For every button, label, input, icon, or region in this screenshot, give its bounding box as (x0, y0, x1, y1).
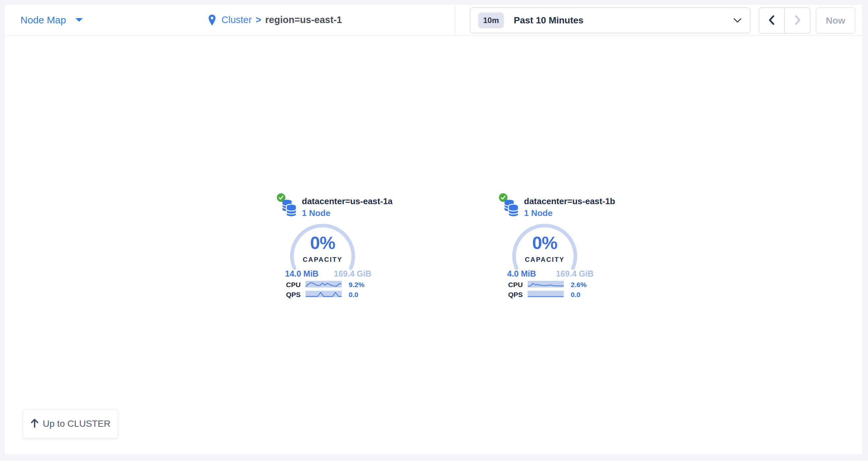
capacity-percent: 0% (508, 232, 581, 253)
database-icon (282, 198, 297, 219)
time-prev-button[interactable] (759, 7, 785, 34)
capacity-used: 14.0 MiB (285, 269, 318, 278)
capacity-gauge: 0% CAPACITY (286, 220, 359, 273)
capacity-total: 169.4 GiB (556, 269, 593, 278)
time-nav-group (759, 7, 810, 34)
datacenter-node-count: 1 Node (524, 208, 553, 218)
datacenter-card-us-east-1a[interactable]: datacenter=us-east-1a 1 Node 0% CAPACITY… (277, 193, 373, 302)
cpu-label: CPU (508, 281, 523, 289)
capacity-values-row: 4.0 MiB 169.4 GiB (507, 269, 593, 278)
breadcrumb-separator: > (256, 14, 261, 25)
capacity-percent: 0% (286, 232, 359, 253)
database-icon (504, 198, 519, 219)
timescale-label: Past 10 Minutes (514, 15, 584, 26)
node-map-panel: Node Map Cluster > region=us-east-1 10m … (4, 4, 863, 455)
timescale-dropdown[interactable]: 10m Past 10 Minutes (470, 7, 750, 33)
cpu-sparkline (528, 281, 564, 288)
chevron-left-icon (768, 15, 776, 27)
view-selector-label: Node Map (21, 14, 66, 26)
cpu-metric-row: CPU 9.2% (277, 281, 373, 289)
capacity-label: CAPACITY (286, 256, 359, 263)
qps-sparkline (306, 291, 342, 297)
qps-metric-row: QPS 0.0 (277, 290, 373, 298)
view-selector-dropdown[interactable]: Node Map (21, 4, 83, 36)
datacenter-title: datacenter=us-east-1b (524, 196, 615, 206)
qps-metric-row: QPS 0.0 (499, 290, 595, 298)
qps-sparkline (528, 291, 564, 297)
now-button[interactable]: Now (816, 7, 855, 34)
capacity-used: 4.0 MiB (507, 269, 536, 278)
up-to-cluster-button[interactable]: Up to CLUSTER (23, 409, 118, 438)
datacenter-title: datacenter=us-east-1a (302, 196, 393, 206)
cpu-value: 9.2% (349, 281, 365, 289)
qps-value: 0.0 (349, 291, 358, 299)
breadcrumb: Cluster > region=us-east-1 (208, 4, 342, 36)
timescale-badge: 10m (478, 12, 504, 28)
datacenter-card-us-east-1b[interactable]: datacenter=us-east-1b 1 Node 0% CAPACITY… (499, 193, 595, 302)
breadcrumb-cluster-link[interactable]: Cluster (221, 14, 252, 25)
capacity-total: 169.4 GiB (334, 269, 371, 278)
capacity-gauge: 0% CAPACITY (508, 220, 581, 273)
qps-label: QPS (286, 291, 301, 299)
cpu-value: 2.6% (571, 281, 587, 289)
cpu-metric-row: CPU 2.6% (499, 281, 595, 289)
capacity-values-row: 14.0 MiB 169.4 GiB (285, 269, 371, 278)
toolbar: Node Map Cluster > region=us-east-1 10m … (4, 4, 862, 36)
qps-label: QPS (508, 291, 523, 299)
cpu-label: CPU (286, 281, 301, 289)
time-next-button[interactable] (785, 7, 810, 34)
breadcrumb-current: region=us-east-1 (265, 14, 342, 25)
qps-value: 0.0 (571, 291, 580, 299)
chevron-down-icon (734, 18, 741, 23)
datacenter-node-count: 1 Node (302, 208, 331, 218)
capacity-label: CAPACITY (508, 256, 581, 263)
toolbar-divider (456, 4, 456, 35)
caret-down-icon (75, 18, 83, 22)
chevron-right-icon (793, 15, 802, 27)
arrow-up-icon (30, 418, 39, 429)
map-pin-icon (208, 14, 216, 26)
cpu-sparkline (306, 281, 342, 288)
up-to-cluster-label: Up to CLUSTER (43, 419, 111, 429)
